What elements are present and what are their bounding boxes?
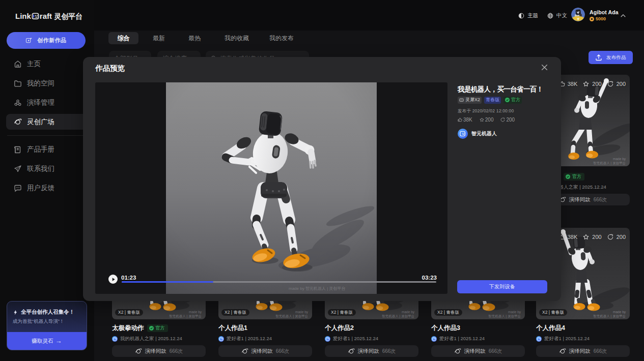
svg-text:made by 智元机器人 | 灵创平台: made by 智元机器人 | 灵创平台	[289, 286, 345, 291]
